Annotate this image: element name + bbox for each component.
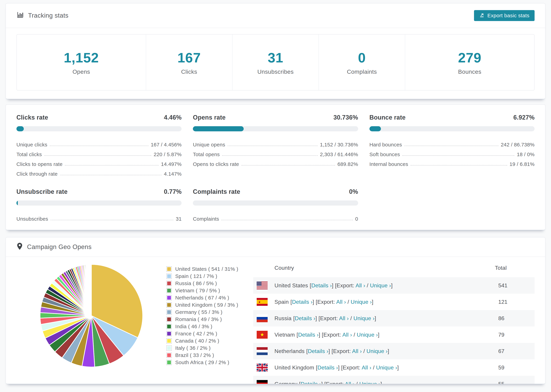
geo-title: Campaign Geo Opens xyxy=(27,243,92,251)
dotted-leader xyxy=(228,146,318,146)
geo-table-row-russia: Russia[Details ›] [Export: All › / Uniqu… xyxy=(253,310,535,327)
rate-row-label: Unsubscribes xyxy=(16,216,48,222)
legend-label: United States ( 541 / 31% ) xyxy=(175,266,238,272)
rate-row-label: Opens to clicks rate xyxy=(193,161,239,167)
geo-country-cell: Russia[Details ›] [Export: All › / Uniqu… xyxy=(275,315,498,322)
legend-swatch-color xyxy=(167,317,171,321)
details-link[interactable]: Details › xyxy=(295,315,315,321)
tracking-stats-header: Tracking stats Export basic stats xyxy=(6,3,545,28)
flag-vn-icon xyxy=(257,331,268,339)
export-all-link[interactable]: All › xyxy=(352,348,362,354)
legend-swatch-color xyxy=(167,346,171,350)
export-unique-link[interactable]: Unique › xyxy=(351,299,372,305)
rate-row-total-opens: Total opens2,303 / 61.446% xyxy=(193,147,358,157)
rate-row-label: Total clicks xyxy=(16,152,42,157)
rate-panel-clicks-rate: Clicks rate4.46%Unique clicks167 / 4.456… xyxy=(16,114,182,177)
rate-row-value: 167 / 4.456% xyxy=(151,142,182,147)
details-link[interactable]: Details › xyxy=(308,348,328,354)
geo-content: United States ( 541 / 31% )Spain ( 121 /… xyxy=(6,257,545,384)
dotted-leader xyxy=(221,220,353,220)
geo-pie-chart xyxy=(38,263,144,369)
rate-head-opens-rate: Opens rate30.736% xyxy=(193,114,358,121)
legend-label: Canada ( 40 / 2% ) xyxy=(175,338,219,344)
legend-swatch-netherlands xyxy=(166,295,172,301)
geo-pie-wrap xyxy=(16,257,166,369)
country-name: Netherlands xyxy=(275,348,304,354)
rate-title: Bounce rate xyxy=(369,114,406,121)
geo-total-cell: 67 xyxy=(498,348,535,354)
rate-row-label: Unique opens xyxy=(193,142,225,147)
export-basic-stats-button[interactable]: Export basic stats xyxy=(474,10,535,21)
export-unique-link[interactable]: Unique › xyxy=(370,282,391,288)
legend-item-brazil: Brazil ( 33 / 2% ) xyxy=(166,352,247,359)
legend-swatch-color xyxy=(167,310,171,314)
dotted-leader xyxy=(241,165,335,166)
legend-swatch-color xyxy=(167,267,171,271)
geo-total-cell: 59 xyxy=(498,364,535,371)
export-all-link[interactable]: All › xyxy=(342,332,352,338)
export-all-link[interactable]: All › xyxy=(356,282,365,288)
legend-swatch-france xyxy=(166,331,172,336)
geo-total-cell: 55 xyxy=(498,381,535,384)
details-link[interactable]: Details › xyxy=(318,364,338,371)
dotted-leader xyxy=(60,175,162,175)
export-unique-link[interactable]: Unique › xyxy=(359,381,380,384)
bracket: ] xyxy=(391,282,393,288)
legend-label: Vietnam ( 79 / 5% ) xyxy=(175,288,220,294)
bracket: [ xyxy=(299,381,301,384)
export-all-link[interactable]: All › xyxy=(362,364,372,371)
geo-table-row-netherlands: Netherlands[Details ›] [Export: All › / … xyxy=(253,343,535,359)
geo-legend: United States ( 541 / 31% )Spain ( 121 /… xyxy=(166,257,247,366)
legend-label: South Africa ( 29 / 2% ) xyxy=(175,359,229,365)
details-link[interactable]: Details › xyxy=(292,299,313,305)
legend-item-russia: Russia ( 86 / 5% ) xyxy=(166,280,247,287)
export-all-link[interactable]: All › xyxy=(336,299,346,305)
geo-country-cell: Vietnam[Details ›] [Export: All › / Uniq… xyxy=(275,332,498,338)
flag-es-icon xyxy=(257,298,268,306)
export-all-link[interactable]: All › xyxy=(339,315,349,321)
country-name: United States xyxy=(275,282,308,288)
rate-row-value: 19 / 6.81% xyxy=(509,161,535,167)
dotted-leader xyxy=(404,146,498,146)
legend-swatch-united-states xyxy=(166,266,172,272)
legend-swatch-canada xyxy=(166,338,172,343)
export-unique-link[interactable]: Unique › xyxy=(357,332,378,338)
export-all-link[interactable]: All › xyxy=(345,381,354,384)
bracket: [ xyxy=(297,332,298,338)
stat-value-clicks: 167 xyxy=(146,50,232,66)
geo-total-cell: 541 xyxy=(498,282,535,289)
rate-row-label: Unique clicks xyxy=(16,142,47,147)
details-link[interactable]: Details › xyxy=(311,282,332,288)
rate-value: 6.927% xyxy=(513,114,535,121)
rate-title: Opens rate xyxy=(193,114,226,121)
details-link[interactable]: Details › xyxy=(301,381,321,384)
bar-chart-icon xyxy=(16,11,24,20)
export-unique-link[interactable]: Unique › xyxy=(353,315,374,321)
export-unique-link[interactable]: Unique › xyxy=(376,364,397,371)
rate-row-label: Total opens xyxy=(193,152,220,157)
legend-item-india: India ( 46 / 3% ) xyxy=(166,323,247,330)
country-name: United Kingdom xyxy=(275,364,314,371)
legend-swatch-color xyxy=(167,325,171,328)
bracket: ] xyxy=(397,364,399,371)
bracket: ] [Export: xyxy=(319,332,342,338)
legend-swatch-italy xyxy=(166,345,172,351)
rate-head-bounce-rate: Bounce rate6.927% xyxy=(369,114,535,121)
geo-table-row-vietnam: Vietnam[Details ›] [Export: All › / Uniq… xyxy=(253,327,535,343)
legend-item-italy: Italy ( 36 / 2% ) xyxy=(166,344,247,352)
legend-label: India ( 46 / 3% ) xyxy=(175,324,212,329)
bracket: ] [Export: xyxy=(328,348,352,354)
export-unique-link[interactable]: Unique › xyxy=(367,348,388,354)
legend-label: Netherlands ( 67 / 4% ) xyxy=(175,295,229,301)
rate-row-complaints: Complaints0 xyxy=(193,212,358,222)
details-link[interactable]: Details › xyxy=(298,332,319,338)
flag-gb-icon xyxy=(257,364,268,371)
rate-row-value: 242 / 86.738% xyxy=(501,142,535,147)
legend-swatch-romania xyxy=(166,317,172,322)
legend-swatch-color xyxy=(167,353,171,357)
legend-label: Germany ( 55 / 3% ) xyxy=(175,309,222,315)
export-icon xyxy=(479,12,485,19)
rates-card: Clicks rate4.46%Unique clicks167 / 4.456… xyxy=(6,104,545,230)
legend-swatch-color xyxy=(167,332,171,336)
slash: / xyxy=(362,348,367,354)
